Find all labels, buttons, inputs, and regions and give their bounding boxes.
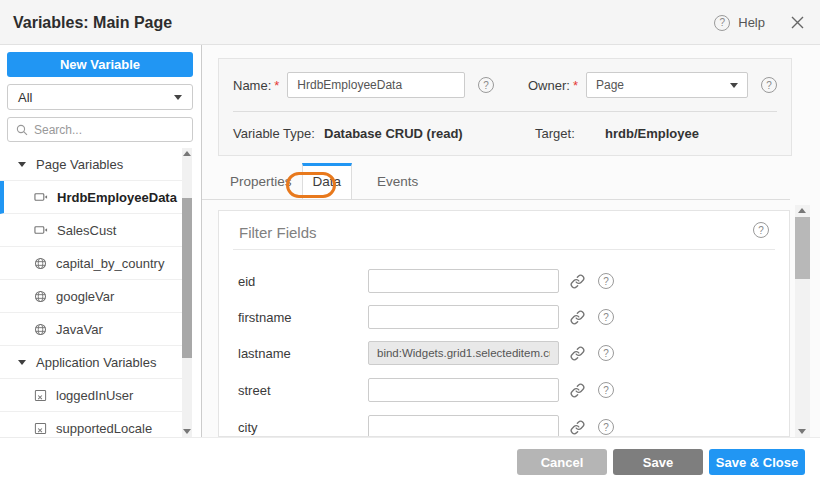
city-input[interactable] <box>368 415 559 437</box>
dialog-footer: Cancel Save Save & Close <box>0 437 820 490</box>
static-variable-icon <box>34 389 47 402</box>
filter-fields-help-icon[interactable] <box>753 222 769 238</box>
owner-select[interactable]: Page <box>586 72 748 98</box>
bind-link-icon[interactable] <box>570 274 585 289</box>
list-item-label: capital_by_country <box>56 256 164 271</box>
section-application-variables[interactable]: Application Variables <box>0 346 182 379</box>
search-icon <box>16 124 28 136</box>
field-help-icon[interactable] <box>598 273 614 289</box>
variables-sidebar: New Variable All Page Variables <box>0 45 202 437</box>
variable-type-value: Database CRUD (read) <box>324 126 463 141</box>
section-label: Application Variables <box>36 355 156 370</box>
owner-help-icon[interactable] <box>761 77 777 93</box>
variable-filter-value: All <box>18 90 32 105</box>
divider <box>233 249 775 250</box>
scroll-up-icon[interactable] <box>798 208 806 213</box>
variable-type-label: Variable Type: <box>233 126 315 141</box>
save-and-close-button[interactable]: Save & Close <box>709 449 805 475</box>
filter-fields-title: Filter Fields <box>239 224 317 241</box>
sidebar-scrollbar[interactable] <box>182 148 192 437</box>
field-help-icon[interactable] <box>598 419 614 435</box>
field-help-icon[interactable] <box>598 309 614 325</box>
lastname-input[interactable] <box>368 341 559 365</box>
sidebar-item-javavar[interactable]: JavaVar <box>0 313 182 346</box>
content-scrollbar[interactable] <box>795 205 810 437</box>
live-variable-icon <box>34 191 48 203</box>
collapse-triangle-icon <box>18 360 26 365</box>
sidebar-item-loggedinuser[interactable]: loggedInUser <box>0 379 182 412</box>
list-item-label: HrdbEmployeeData <box>57 190 177 205</box>
variable-list: Page Variables HrdbEmployeeData <box>0 148 182 437</box>
sidebar-item-capital-by-country[interactable]: capital_by_country <box>0 247 182 280</box>
street-input[interactable] <box>368 378 559 402</box>
dialog-header: Variables: Main Page Help <box>0 0 820 45</box>
tab-events[interactable]: Events <box>377 163 418 199</box>
scroll-up-icon[interactable] <box>183 151 191 156</box>
search-box <box>7 117 193 142</box>
help-circle-icon[interactable] <box>714 15 730 31</box>
name-field[interactable] <box>287 72 465 98</box>
list-item-label: loggedInUser <box>56 388 133 403</box>
target-label: Target: <box>535 126 575 141</box>
sidebar-item-salescust[interactable]: SalesCust <box>0 214 182 247</box>
variable-filter-select[interactable]: All <box>7 84 193 110</box>
static-variable-icon <box>34 422 47 435</box>
new-variable-button[interactable]: New Variable <box>7 52 193 77</box>
bind-link-icon[interactable] <box>570 346 585 361</box>
scroll-down-icon[interactable] <box>798 429 806 434</box>
chevron-down-icon <box>174 95 182 100</box>
target-value: hrdb/Employee <box>605 126 699 141</box>
main-content: Name: * Owner: * Page Variable Type: Dat… <box>202 45 820 437</box>
section-label: Page Variables <box>36 157 123 172</box>
field-row-firstname: firstname <box>238 304 775 330</box>
variables-dialog: Variables: Main Page Help New Variable A… <box>0 0 820 490</box>
chevron-down-icon <box>730 83 738 88</box>
tab-data[interactable]: Data <box>302 163 353 199</box>
name-label: Name: <box>233 78 271 93</box>
sidebar-item-supportedlocale[interactable]: supportedLocale <box>0 412 182 437</box>
close-icon[interactable] <box>791 16 804 29</box>
save-button[interactable]: Save <box>613 449 703 475</box>
owner-value: Page <box>596 78 624 92</box>
list-item-label: SalesCust <box>57 223 116 238</box>
section-page-variables[interactable]: Page Variables <box>0 148 182 181</box>
bind-link-icon[interactable] <box>570 420 585 435</box>
collapse-triangle-icon <box>18 162 26 167</box>
bind-link-icon[interactable] <box>570 310 585 325</box>
scrollbar-thumb[interactable] <box>795 217 810 279</box>
live-variable-icon <box>34 224 48 236</box>
field-help-icon[interactable] <box>598 382 614 398</box>
sidebar-item-googlevar[interactable]: googleVar <box>0 280 182 313</box>
field-label: eid <box>238 274 368 289</box>
field-help-icon[interactable] <box>598 345 614 361</box>
service-variable-icon <box>34 257 47 270</box>
search-input[interactable] <box>34 123 184 137</box>
field-row-lastname: lastname <box>238 340 775 366</box>
field-label: lastname <box>238 346 368 361</box>
sidebar-item-hrdbemployeedata[interactable]: HrdbEmployeeData <box>0 181 182 214</box>
service-variable-icon <box>34 323 47 336</box>
field-row-eid: eid <box>238 268 775 294</box>
help-link[interactable]: Help <box>738 15 765 30</box>
page-title: Variables: Main Page <box>13 0 172 45</box>
field-row-city: city <box>238 414 775 437</box>
field-label: firstname <box>238 310 368 325</box>
scroll-down-icon[interactable] <box>183 429 191 434</box>
tab-bar: Properties Data Events <box>202 163 790 200</box>
required-asterisk: * <box>274 78 279 93</box>
eid-input[interactable] <box>368 269 559 293</box>
scrollbar-thumb[interactable] <box>182 198 192 358</box>
divider <box>233 111 777 112</box>
field-label: city <box>238 420 368 435</box>
cancel-button[interactable]: Cancel <box>517 449 607 475</box>
list-item-label: supportedLocale <box>56 421 152 436</box>
owner-label: Owner: <box>528 78 570 93</box>
name-help-icon[interactable] <box>478 77 494 93</box>
bind-link-icon[interactable] <box>570 383 585 398</box>
list-item-label: googleVar <box>56 289 114 304</box>
firstname-input[interactable] <box>368 305 559 329</box>
list-item-label: JavaVar <box>56 322 103 337</box>
tab-properties[interactable]: Properties <box>230 163 292 199</box>
field-row-street: street <box>238 377 775 403</box>
variable-summary-box: Name: * Owner: * Page Variable Type: Dat… <box>218 58 792 156</box>
